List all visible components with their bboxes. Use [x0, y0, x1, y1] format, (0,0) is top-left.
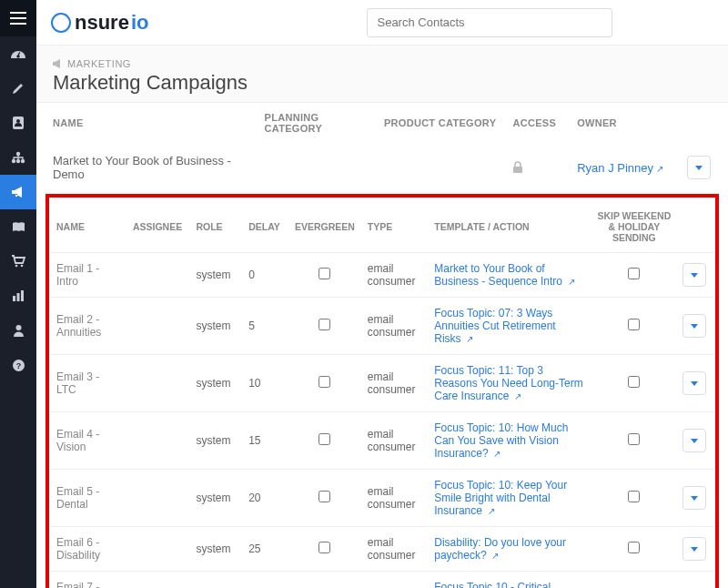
- skip-checkbox[interactable]: [628, 491, 640, 502]
- skip-checkbox[interactable]: [628, 319, 640, 330]
- task-actions-button[interactable]: [682, 263, 706, 287]
- search-input[interactable]: [367, 8, 612, 37]
- book-icon: [12, 221, 25, 233]
- task-name: Email 2 - Annuities: [51, 298, 127, 355]
- task-name: Email 5 - Dental: [51, 470, 127, 527]
- task-row: Email 6 - Disabilitysystem25email consum…: [51, 527, 713, 572]
- nav-cart[interactable]: [0, 244, 36, 279]
- page-title: Marketing Campaigns: [53, 71, 712, 95]
- evergreen-checkbox[interactable]: [318, 433, 330, 445]
- bullhorn-small-icon: [53, 59, 64, 68]
- col-planning: PLANNING CATEGORY: [258, 103, 377, 143]
- external-link-icon: ↗: [656, 164, 663, 174]
- task-actions-button[interactable]: [682, 486, 706, 510]
- svg-point-7: [21, 159, 25, 163]
- task-assignee: [127, 527, 191, 572]
- row-actions-button[interactable]: [687, 156, 711, 179]
- template-link[interactable]: Focus Topic: 07: 3 Ways Annuities Cut Re…: [434, 307, 555, 345]
- bar-chart-icon: [12, 289, 25, 302]
- svg-point-6: [16, 159, 20, 163]
- skip-checkbox[interactable]: [628, 542, 640, 553]
- tasks-table: NAME ASSIGNEE ROLE DELAY EVERGREEN TYPE …: [51, 199, 713, 588]
- task-row: Email 7 - Critical Illnesssystem30email …: [51, 572, 713, 589]
- evergreen-checkbox[interactable]: [318, 542, 330, 553]
- nav-reports[interactable]: [0, 279, 36, 313]
- external-link-icon: ↗: [565, 277, 575, 287]
- task-type: email consumer: [362, 572, 429, 589]
- evergreen-checkbox[interactable]: [318, 376, 330, 388]
- col-product: PRODUCT CATEGORY: [377, 103, 506, 143]
- template-link[interactable]: Market to Your Book of Business - Sequen…: [434, 262, 575, 288]
- task-actions-button[interactable]: [682, 371, 706, 395]
- search-wrap: [367, 8, 612, 37]
- external-link-icon: ↗: [491, 449, 501, 459]
- owner-link[interactable]: Ryan J Pinney↗: [577, 161, 663, 175]
- nav-library[interactable]: [0, 209, 36, 244]
- caret-down-icon: [691, 273, 698, 278]
- task-actions-button[interactable]: [682, 537, 706, 561]
- skip-checkbox[interactable]: [628, 268, 640, 279]
- campaigns-table: NAME PLANNING CATEGORY PRODUCT CATEGORY …: [46, 103, 719, 192]
- task-assignee: [127, 355, 191, 412]
- template-link[interactable]: Focus Topic: 10: How Much Can You Save w…: [434, 421, 568, 460]
- skip-checkbox[interactable]: [628, 433, 640, 445]
- content-area: NAME PLANNING CATEGORY PRODUCT CATEGORY …: [36, 103, 728, 588]
- caret-down-icon: [691, 381, 698, 386]
- tcol-name: NAME: [51, 199, 127, 253]
- task-delay: 0: [243, 253, 288, 298]
- task-delay: 25: [243, 527, 288, 572]
- nav-edit[interactable]: [0, 71, 36, 106]
- task-type: email consumer: [362, 298, 429, 355]
- task-type: email consumer: [362, 527, 429, 572]
- menu-toggle[interactable]: [0, 0, 36, 36]
- gauge-icon: [10, 48, 26, 59]
- template-link[interactable]: Focus Topic: 10: Keep Your Smile Bright …: [434, 479, 567, 517]
- campaign-row[interactable]: Market to Your Book of Business - Demo R…: [46, 143, 719, 192]
- page-header: MARKETING Marketing Campaigns: [36, 46, 728, 103]
- logo[interactable]: nsureio: [51, 11, 148, 35]
- evergreen-checkbox[interactable]: [318, 268, 330, 279]
- caret-down-icon: [691, 324, 698, 329]
- tcol-assignee: ASSIGNEE: [127, 199, 191, 253]
- svg-text:?: ?: [15, 361, 21, 370]
- svg-point-13: [15, 325, 21, 330]
- task-type: email consumer: [362, 412, 429, 470]
- task-delay: 20: [243, 470, 288, 527]
- pencil-icon: [12, 82, 25, 95]
- evergreen-checkbox[interactable]: [318, 491, 330, 502]
- breadcrumb: MARKETING: [53, 58, 712, 69]
- task-row: Email 4 - Visionsystem15email consumerFo…: [51, 412, 713, 470]
- nav-user[interactable]: [0, 313, 36, 348]
- task-actions-button[interactable]: [682, 314, 706, 338]
- evergreen-checkbox[interactable]: [318, 319, 330, 330]
- task-actions-button[interactable]: [682, 429, 706, 452]
- nav-contacts[interactable]: [0, 106, 36, 140]
- skip-checkbox[interactable]: [628, 376, 640, 388]
- template-link[interactable]: Focus Topic: 11: Top 3 Reasons You Need …: [434, 364, 582, 402]
- task-assignee: [127, 412, 191, 470]
- nav-dashboard[interactable]: [0, 36, 36, 71]
- tcol-skip: SKIP WEEKEND & HOLIDAY SENDING: [592, 199, 677, 253]
- svg-point-8: [15, 265, 18, 268]
- nav-hierarchy[interactable]: [0, 140, 36, 175]
- task-type: email consumer: [362, 470, 429, 527]
- main-content: nsureio MARKETING Marketing Campaigns NA…: [36, 0, 728, 588]
- tcol-role: ROLE: [190, 199, 243, 253]
- svg-point-4: [16, 152, 20, 156]
- template-link[interactable]: Disability: Do you love your paycheck? ↗: [434, 536, 566, 562]
- task-role: system: [190, 412, 243, 470]
- task-row: Email 3 - LTCsystem10email consumerFocus…: [51, 355, 713, 412]
- nav-marketing[interactable]: [0, 175, 36, 209]
- user-icon: [13, 324, 25, 337]
- nav-help[interactable]: ?: [0, 348, 36, 382]
- tcol-template: TEMPLATE / ACTION: [429, 199, 591, 253]
- task-row: Email 5 - Dentalsystem20email consumerFo…: [51, 470, 713, 527]
- svg-rect-16: [513, 167, 522, 173]
- task-row: Email 2 - Annuitiessystem5email consumer…: [51, 298, 713, 355]
- side-nav: ?: [0, 0, 36, 588]
- col-owner: OWNER: [570, 103, 680, 143]
- caret-down-icon: [695, 166, 703, 170]
- template-link[interactable]: Focus Topic 10 - Critical Illness: How D…: [434, 581, 563, 588]
- logo-ring-icon: [51, 13, 71, 33]
- tcol-evergreen: EVERGREEN: [288, 199, 362, 253]
